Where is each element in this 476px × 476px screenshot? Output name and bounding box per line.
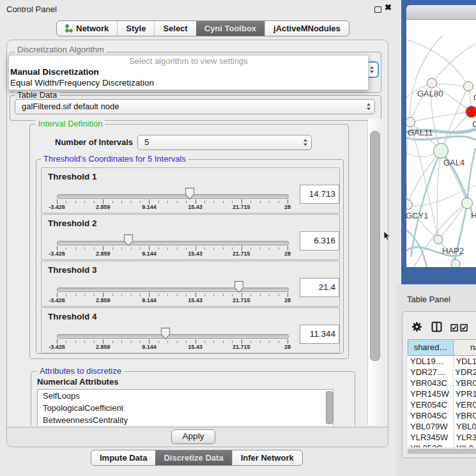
tab-select[interactable]: Select <box>154 21 196 36</box>
threshold-slider-track[interactable] <box>57 334 289 339</box>
cell-name[interactable]: YDL1 <box>454 356 476 367</box>
attribute-list-item[interactable]: TopologicalCoefficient <box>38 402 333 414</box>
cell-name[interactable]: YPR1 <box>453 388 476 399</box>
table-row[interactable]: YLR345WYLR3 <box>408 432 476 443</box>
scrollbar-thumb[interactable] <box>370 131 380 361</box>
network-node-hap2[interactable] <box>434 235 443 244</box>
cell-shared-name[interactable]: YBR043C <box>408 378 453 388</box>
threshold-value-field[interactable]: 6.316 <box>300 231 339 250</box>
tick-label: -3.426 <box>49 250 65 257</box>
cell-name[interactable]: YBR0 <box>453 378 476 388</box>
column-header-name[interactable]: name <box>454 339 476 356</box>
attributes-scrollbar[interactable] <box>325 391 332 424</box>
threshold-slider-track[interactable] <box>57 241 289 245</box>
cell-shared-name[interactable]: YIL052C <box>408 443 454 447</box>
algorithm-dropdown-popup: Select algorithm to view settings Manual… <box>8 55 369 90</box>
network-node-gal4[interactable] <box>434 144 449 158</box>
gear-icon[interactable] <box>411 321 422 332</box>
numerical-attributes-list[interactable]: SelfLoopsTopologicalCoefficientBetweenne… <box>37 389 334 426</box>
checkbox-icon[interactable] <box>450 324 458 332</box>
cell-name[interactable]: YIL0 <box>454 443 473 447</box>
tab-discretize-data[interactable]: Discretize Data <box>155 450 231 465</box>
slider-major-ticks <box>57 246 289 250</box>
close-panel-icon[interactable]: ✖ <box>385 3 392 12</box>
network-window-titlebar[interactable] <box>406 5 476 20</box>
tab-cyni-toolbox[interactable]: Cyni Toolbox <box>196 21 265 36</box>
table-row[interactable]: YBR043CYBR0 <box>408 378 476 388</box>
table-row[interactable]: YPR145WYPR1 <box>408 388 476 399</box>
combo-arrows-icon <box>303 139 308 146</box>
table-rows: YDL19…YDL1YDR27…YDR2YBR043CYBR0YPR145WYP… <box>408 356 476 447</box>
tab-impute-data[interactable]: Impute Data <box>91 450 155 465</box>
table-row[interactable]: YIL052CYIL0 <box>408 443 476 447</box>
network-node-h[interactable] <box>462 198 473 209</box>
apply-button[interactable]: Apply <box>171 429 215 444</box>
hscrollbar-thumb[interactable] <box>408 449 476 454</box>
table-data-combobox[interactable]: galFiltered.sif default node <box>15 99 375 114</box>
tick-label: 2.859 <box>96 204 111 210</box>
threshold-panel: Threshold 4 -3.4262.8599.14415.4321.7152… <box>41 307 340 353</box>
cell-name[interactable]: YDR2 <box>452 367 476 378</box>
table-panel-card: shared…name YDL19…YDL1YDR27…YDR2YBR043CY… <box>402 311 476 458</box>
table-row[interactable]: YBL079WYBL0 <box>408 421 476 432</box>
slider-major-ticks <box>57 339 289 344</box>
threshold-value-field[interactable]: 14.713 <box>300 185 339 204</box>
network-node-gal80[interactable] <box>427 79 437 88</box>
network-canvas[interactable]: GAL80GACGAL11GAL4GCY1HHAP2 <box>406 20 476 267</box>
tick-label: 2.859 <box>96 250 111 257</box>
network-node-gal11[interactable] <box>406 118 415 127</box>
table-row[interactable]: YER054CYER0 <box>408 399 476 410</box>
network-edge-highlighted <box>467 148 475 203</box>
dropdown-item-manual-discretization[interactable]: Manual Discretization <box>9 66 368 77</box>
table-data-label: Table Data <box>15 91 59 100</box>
cell-name[interactable]: YBL0 <box>454 421 476 432</box>
threshold-value-field[interactable]: 11.344 <box>300 325 339 344</box>
slider-thumb[interactable] <box>185 187 195 200</box>
threshold-slider-track[interactable] <box>57 194 289 199</box>
settings-scrollbar[interactable] <box>367 119 381 426</box>
network-edge <box>432 83 468 86</box>
dropdown-item-equal-width-frequency-discretization[interactable]: Equal Width/Frequency Discretization <box>9 77 368 88</box>
network-node-ga[interactable] <box>464 82 473 91</box>
node-label: GAL80 <box>417 89 443 98</box>
control-panel-title: Control Panel <box>6 4 57 14</box>
cell-name[interactable]: YER0 <box>453 399 476 410</box>
attribute-list-item[interactable]: SelfLoops <box>38 390 333 402</box>
network-node[interactable] <box>451 259 460 267</box>
tab-label: Network <box>76 24 109 33</box>
cell-name[interactable]: YBR0 <box>453 410 476 421</box>
attribute-list-item[interactable]: BetweennessCentrality <box>38 414 333 426</box>
combo-arrows-icon <box>367 104 371 111</box>
cell-shared-name[interactable]: YBL079W <box>408 421 454 432</box>
tick-label: 21.715 <box>233 204 250 210</box>
float-window-icon[interactable] <box>374 6 381 13</box>
split-columns-icon[interactable] <box>431 321 442 332</box>
table-row[interactable]: YDL19…YDL1 <box>408 356 476 367</box>
table-hscrollbar[interactable] <box>406 448 476 455</box>
slider-thumb[interactable] <box>123 234 134 247</box>
cell-shared-name[interactable]: YDL19… <box>408 356 454 367</box>
table-row[interactable]: YBR045CYBR0 <box>408 410 476 421</box>
cell-shared-name[interactable]: YBR045C <box>408 410 453 421</box>
network-node-gcy1[interactable] <box>406 200 413 210</box>
cell-shared-name[interactable]: YLR345W <box>408 432 454 443</box>
threshold-value-field[interactable]: 21.4 <box>300 278 339 297</box>
cell-shared-name[interactable]: YPR145W <box>408 388 453 399</box>
tab-network[interactable]: Network <box>57 21 117 36</box>
slider-thumb[interactable] <box>234 280 244 293</box>
table-row[interactable]: YDR27…YDR2 <box>408 367 476 378</box>
cell-shared-name[interactable]: YDR27… <box>408 367 452 378</box>
cell-name[interactable]: YLR3 <box>454 432 476 443</box>
column-header-shared-[interactable]: shared… <box>408 339 454 356</box>
checkbox-icon[interactable] <box>460 324 468 332</box>
number-of-intervals-combobox[interactable]: 5 <box>137 135 312 150</box>
network-node-c[interactable] <box>466 106 476 118</box>
tab-infer-network[interactable]: Infer Network <box>232 450 302 465</box>
network-graph: GAL80GACGAL11GAL4GCY1HHAP2 <box>406 20 476 267</box>
tab-jactivemnodules[interactable]: jActiveMNodules <box>265 21 349 36</box>
cell-shared-name[interactable]: YER054C <box>408 399 453 410</box>
threshold-slider-track[interactable] <box>57 288 289 292</box>
tick-label: -3.426 <box>49 344 65 350</box>
slider-thumb[interactable] <box>160 327 171 340</box>
tab-style[interactable]: Style <box>117 21 154 36</box>
